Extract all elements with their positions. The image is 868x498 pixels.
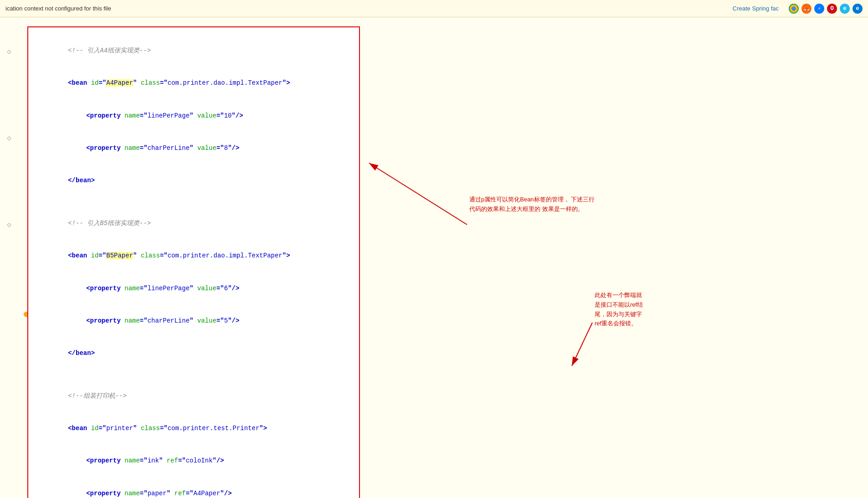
code-line-bean-b5: <bean id="B5Paper" class="com.printer.da… <box>37 240 350 272</box>
code-line-prop-paper: <property name="paper" ref="A4Paper"/> <box>37 477 350 498</box>
tag-bean-open: <bean <box>68 79 91 87</box>
top-bar-message: ication context not configured for this … <box>5 5 111 12</box>
code-line-comment-a4: <!-- 引入A4纸张实现类--> <box>37 35 350 67</box>
code-line-bean-a4: <bean id="A4Paper" class="com.printer.da… <box>37 67 350 99</box>
blank-line-2 <box>37 370 350 380</box>
svg-line-3 <box>572 323 592 366</box>
bookmark-icon-1: ◇ <box>5 47 14 56</box>
bookmark-icon-3: ◇ <box>5 220 14 229</box>
top-bar-right: Create Spring fac 🦊 ⚡ O e e <box>733 4 863 14</box>
opera-icon[interactable]: O <box>827 4 837 14</box>
code-line-prop-charperline-a4: <property name="charPerLine" value="8"/> <box>37 132 350 164</box>
code-line-bean-b5-close: </bean> <box>37 338 350 370</box>
code-line-comment-printer: <!--组装打印机--> <box>37 380 350 412</box>
edge-icon[interactable]: e <box>853 4 863 14</box>
browser-icons: 🦊 ⚡ O e e <box>789 4 863 14</box>
bookmark-icon-2: ◇ <box>5 133 14 143</box>
attr-id-b5paper: B5Paper <box>106 252 133 259</box>
ie-icon[interactable]: e <box>840 4 850 14</box>
comment-printer: <!--组装打印机--> <box>68 392 127 400</box>
code-line-bean-a4-close: </bean> <box>37 165 350 197</box>
code-line-prop-charperline-b5: <property name="charPerLine" value="5"/> <box>37 305 350 337</box>
create-spring-link[interactable]: Create Spring fac <box>733 5 779 12</box>
comment-b5: <!-- 引入B5纸张实现类--> <box>68 220 151 227</box>
left-gutter: ◇ ◇ ◇ <box>5 17 21 473</box>
code-line-bean-printer: <bean id="printer" class="com.printer.te… <box>37 412 350 445</box>
annotation-box-1: 通过p属性可以简化Bean标签的管理， 下述三行代码的效果和上述大框里的 效果是… <box>469 195 597 214</box>
main-content: ◇ ◇ ◇ <!-- 引入A4纸张实现类--> <bean id="A4Pape… <box>0 17 868 498</box>
top-bar: ication context not configured for this … <box>0 0 868 17</box>
code-line-prop-lineperpage-a4: <property name="linePerPage" value="10"/… <box>37 100 350 132</box>
attr-id-a4paper: A4Paper <box>106 79 133 87</box>
safari-icon[interactable]: ⚡ <box>814 4 824 14</box>
code-line-prop-lineperpage-b5: <property name="linePerPage" value="6"/> <box>37 272 350 305</box>
annotation-box-2: 此处有一个弊端就是接口不能以ref结尾，因为与关键字ref重名会报错。 <box>595 291 686 329</box>
code-line-prop-ink: <property name="ink" ref="coloInk"/> <box>37 445 350 477</box>
code-line-comment-b5: <!-- 引入B5纸张实现类--> <box>37 207 350 240</box>
chrome-icon[interactable] <box>789 4 799 14</box>
code-box-1: <!-- 引入A4纸张实现类--> <bean id="A4Paper" cla… <box>27 26 360 498</box>
firefox-icon[interactable]: 🦊 <box>801 4 812 14</box>
svg-line-2 <box>369 163 467 225</box>
comment-a4: <!-- 引入A4纸张实现类--> <box>68 47 151 54</box>
blank-line-1 <box>37 197 350 207</box>
